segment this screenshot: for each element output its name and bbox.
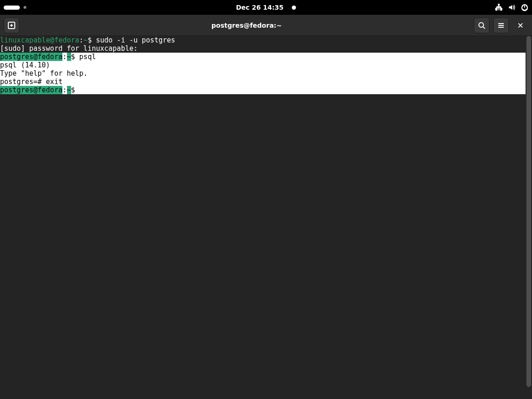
command-text: sudo -i -u postgres <box>96 36 175 44</box>
gnome-top-bar: Dec 26 14:35 <box>0 0 532 15</box>
network-icon <box>495 4 502 11</box>
workspace-dot-icon <box>24 6 26 9</box>
prompt-colon: : <box>62 53 66 61</box>
search-button[interactable] <box>474 18 490 33</box>
prompt-path: ~ <box>67 53 71 61</box>
terminal-line: linuxcapable@fedora:~$ sudo -i -u postgr… <box>0 36 526 44</box>
terminal-line: [sudo] password for linuxcapable: <box>0 44 526 53</box>
prompt-colon: : <box>62 86 66 94</box>
plus-box-icon <box>8 22 15 29</box>
terminal-line: psql (14.10) <box>0 61 526 69</box>
clock-area[interactable]: Dec 26 14:35 <box>236 4 296 11</box>
new-tab-button[interactable] <box>4 18 19 33</box>
activities-pill-icon <box>4 6 20 10</box>
close-icon <box>517 22 524 29</box>
datetime-label: Dec 26 14:35 <box>236 4 284 11</box>
prompt-user: postgres@fedora <box>0 53 62 61</box>
svg-rect-2 <box>500 9 502 11</box>
output-text: psql (14.10) <box>0 61 50 69</box>
terminal-scrollbar[interactable] <box>526 36 532 399</box>
prompt-colon: : <box>79 36 84 44</box>
window-title: postgres@fedora:~ <box>23 22 470 29</box>
prompt-dollar: $ <box>71 86 79 94</box>
terminal-output[interactable]: linuxcapable@fedora:~$ sudo -i -u postgr… <box>0 36 526 399</box>
svg-rect-0 <box>498 4 500 6</box>
prompt-dollar: $ <box>88 36 96 44</box>
hamburger-icon <box>497 22 505 29</box>
terminal-viewport: linuxcapable@fedora:~$ sudo -i -u postgr… <box>0 36 532 399</box>
output-text: postgres=# exit <box>0 78 62 86</box>
terminal-line: postgres@fedora:~$ <box>0 86 526 94</box>
prompt-user: postgres@fedora <box>0 86 62 94</box>
terminal-line: postgres=# exit <box>0 78 526 86</box>
svg-rect-1 <box>496 9 497 11</box>
activities-area[interactable] <box>4 6 26 10</box>
prompt-user: linuxcapable@fedora <box>0 36 79 44</box>
prompt-path: ~ <box>84 36 88 44</box>
system-tray[interactable] <box>495 4 528 11</box>
output-text: Type "help" for help. <box>0 69 88 78</box>
scrollbar-thumb[interactable] <box>526 36 531 387</box>
prompt-dollar: $ <box>71 53 79 61</box>
volume-icon <box>508 4 515 11</box>
close-button[interactable] <box>513 18 528 33</box>
power-icon <box>521 4 528 11</box>
prompt-path: ~ <box>67 86 71 94</box>
notification-dot-icon <box>292 6 296 10</box>
terminal-header-bar: postgres@fedora:~ <box>0 15 532 36</box>
search-icon <box>478 22 485 29</box>
command-text: psql <box>79 53 96 61</box>
svg-point-5 <box>479 23 484 27</box>
terminal-line: postgres@fedora:~$ psql <box>0 53 526 61</box>
terminal-line: Type "help" for help. <box>0 69 526 78</box>
menu-button[interactable] <box>493 18 509 33</box>
